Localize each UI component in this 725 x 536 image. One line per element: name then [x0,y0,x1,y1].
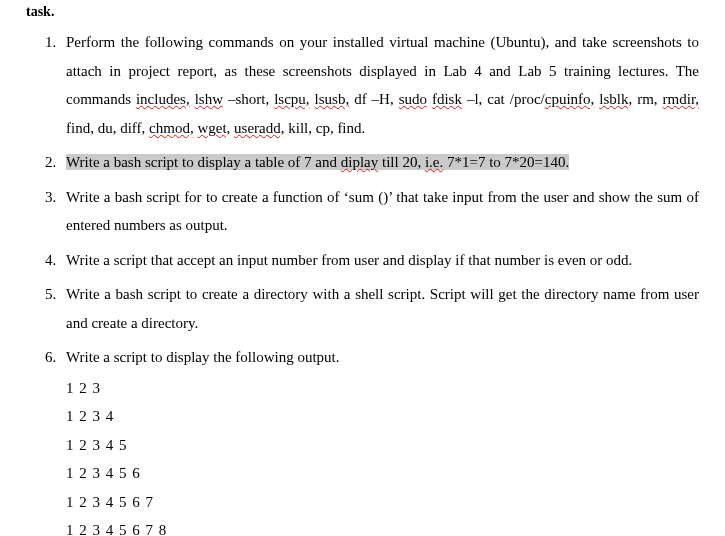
document-page: task. Perform the following commands on … [0,0,725,536]
spell-error: includes, [136,91,190,107]
spell-error: i.e. [425,154,443,170]
task-6-text: Write a script to display the following … [66,349,340,365]
spell-error: wget, [197,120,230,136]
spell-error: chmod, [149,120,194,136]
spell-error: sudo [399,91,427,107]
spell-error: useradd, [234,120,284,136]
task-item-4: Write a script that accept an input numb… [60,246,699,275]
text-fragment: Write a bash script to display a table o… [66,154,341,170]
highlighted-text: Write a bash script to display a table o… [66,154,569,170]
pyramid-row: 1 2 3 4 [66,402,699,431]
task-3-text: Write a bash script for to create a func… [66,189,699,234]
output-pyramid: 1 2 3 1 2 3 4 1 2 3 4 5 1 2 3 4 5 6 1 2 … [66,374,699,537]
text-fragment: find, du, diff, [66,120,149,136]
spell-error: lscpu, [274,91,309,107]
task-item-2: Write a bash script to display a table o… [60,148,699,177]
spell-error: rmdir, [663,91,699,107]
spell-error: lsusb, [315,91,350,107]
text-fragment: –l, cat /proc/ [462,91,545,107]
task-item-6: Write a script to display the following … [60,343,699,536]
pyramid-row: 1 2 3 4 5 6 7 [66,488,699,517]
task-item-3: Write a bash script for to create a func… [60,183,699,240]
pyramid-row: 1 2 3 4 5 6 [66,459,699,488]
pyramid-row: 1 2 3 4 5 6 7 8 [66,516,699,536]
partial-heading: task. [26,4,699,20]
spell-error: lshw [195,91,223,107]
task-5-text: Write a bash script to create a director… [66,286,699,331]
text-fragment: till 20, [378,154,425,170]
text-fragment: 7*1=7 to 7*20=140. [443,154,569,170]
spell-error: cpuinfo, [545,91,595,107]
text-fragment: df –H, [349,91,398,107]
spell-error: fdisk [432,91,462,107]
task-item-1: Perform the following commands on your i… [60,28,699,142]
text-fragment: rm, [632,91,662,107]
text-fragment: –short, [223,91,274,107]
pyramid-row: 1 2 3 4 5 [66,431,699,460]
task-4-text: Write a script that accept an input numb… [66,252,632,268]
task-1-text: Perform the following commands on your i… [66,34,699,136]
spell-error: lsblk, [599,91,632,107]
pyramid-row: 1 2 3 [66,374,699,403]
task-item-5: Write a bash script to create a director… [60,280,699,337]
spell-error: diplay [341,154,379,170]
task-list: Perform the following commands on your i… [26,28,699,536]
text-fragment: kill, cp, find. [284,120,365,136]
